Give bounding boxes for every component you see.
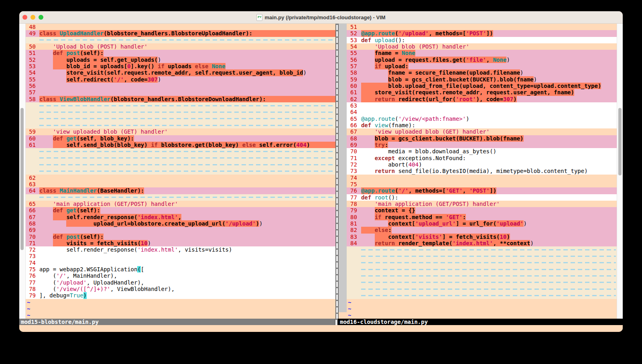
diff-filler-line[interactable]	[26, 168, 335, 174]
code-line[interactable]: 79 context = {}	[347, 207, 617, 214]
code-line[interactable]: 81 context['upload_url'] = url_for('uplo…	[347, 220, 617, 227]
code-line[interactable]: 51	[347, 24, 617, 30]
code-line[interactable]: 72 abort(404)	[347, 161, 617, 168]
code-line[interactable]: 57	[26, 89, 335, 96]
diff-filler-line[interactable]	[347, 266, 617, 272]
code-line[interactable]: 52 uploads = self.get_uploads()	[26, 57, 335, 63]
statusline-active[interactable]: mod16-cloudstorage/main.py	[338, 319, 623, 325]
code-line[interactable]: 69	[26, 227, 335, 233]
code-line[interactable]: 79], debug=True)	[26, 292, 335, 299]
diff-filler-line[interactable]	[26, 102, 335, 109]
code-line[interactable]: 76@app.route('/', methods=['GET', 'POST'…	[347, 187, 617, 194]
code-line[interactable]: 53def upload():	[347, 37, 617, 43]
code-line[interactable]: 65@app.route('/view/<path:fname>')	[347, 116, 617, 122]
code-line[interactable]: 83 context['visits'] = fetch_visits(10)	[347, 234, 617, 240]
tilde-line[interactable]: ~	[347, 312, 617, 318]
code-line[interactable]: 62 return redirect(url_for('root'), code…	[347, 96, 617, 102]
command-line[interactable]	[19, 325, 623, 331]
code-line[interactable]: 73 return send_file(io.BytesIO(media), m…	[347, 168, 617, 174]
code-line[interactable]: 63	[347, 102, 617, 109]
close-button-icon[interactable]	[22, 15, 27, 20]
code-line[interactable]: 54 'Upload blob (POST) handler'	[347, 43, 617, 50]
code-line[interactable]: 56 upload = request.files.get('file', No…	[347, 57, 617, 63]
code-line[interactable]: 74	[347, 175, 617, 181]
code-line[interactable]: 71 visits = fetch_visits(10)	[26, 240, 335, 246]
code-line[interactable]: 75app = webapp2.WSGIApplication([	[26, 266, 335, 272]
code-line[interactable]: 62	[26, 175, 335, 181]
title-bar[interactable]: PY main.py (/private/tmp/mod16-cloudstor…	[19, 11, 623, 24]
scrollbar-thumb[interactable]	[20, 108, 24, 250]
diff-filler-line[interactable]	[347, 286, 617, 292]
code-line[interactable]: 61 store_visit(request.remote_addr, requ…	[347, 89, 617, 96]
code-line[interactable]: 66 def get(self):	[26, 207, 335, 214]
code-line[interactable]: 66def view(fname):	[347, 122, 617, 128]
code-line[interactable]: 70 def post(self):	[26, 234, 335, 240]
code-line[interactable]: 75	[347, 181, 617, 187]
diff-filler-line[interactable]	[26, 148, 335, 155]
scrollbar-track[interactable]	[339, 24, 347, 312]
code-line[interactable]: 52@app.route('/upload', methods=['POST']…	[347, 30, 617, 37]
code-line[interactable]: 72 self.render_response('index.html', vi…	[26, 246, 335, 253]
code-line[interactable]: 68 upload_url=blobstore.create_upload_ur…	[26, 220, 335, 227]
code-line[interactable]: 77def root():	[347, 194, 617, 201]
code-line[interactable]: 54 store_visit(self.request.remote_addr,…	[26, 69, 335, 76]
diff-filler-line[interactable]	[347, 292, 617, 299]
code-line[interactable]: 57 if upload:	[347, 63, 617, 69]
code-line[interactable]: 58class ViewBlobHandler(blobstore_handle…	[26, 96, 335, 102]
code-line[interactable]: 64	[347, 109, 617, 115]
left-pane-scrollbar[interactable]	[19, 24, 26, 319]
tilde-line[interactable]: ~	[26, 312, 335, 318]
code-line[interactable]: 80 if request.method == 'GET':	[347, 214, 617, 220]
code-line[interactable]: 58 fname = secure_filename(upload.filena…	[347, 69, 617, 76]
zoom-button-icon[interactable]	[39, 15, 43, 20]
diff-filler-line[interactable]	[347, 272, 617, 279]
statusline-inactive[interactable]: mod15-blobstore/main.py	[19, 319, 335, 325]
code-line[interactable]: 60 blob.upload_from_file(upload, content…	[347, 83, 617, 89]
code-line[interactable]: 84 return render_template('index.html', …	[347, 240, 617, 246]
code-line[interactable]: 65 'main application (GET/POST) handler'	[26, 201, 335, 207]
code-line[interactable]: 74	[26, 260, 335, 266]
code-line[interactable]: 55 self.redirect('/', code=307)	[26, 76, 335, 83]
diff-filler-line[interactable]	[347, 260, 617, 266]
code-line[interactable]: 63	[26, 181, 335, 187]
code-line[interactable]: 77 ('/upload', UploadHandler),	[26, 279, 335, 286]
right-buffer-pane[interactable]: 5152@app.route('/upload', methods=['POST…	[347, 24, 617, 319]
diff-filler-line[interactable]	[347, 246, 617, 253]
code-line[interactable]: 67 'view uploaded blob (GET) handler'	[347, 128, 617, 135]
tilde-line[interactable]: ~	[26, 299, 335, 305]
code-line[interactable]: 59 blob = gcs_client.bucket(BUCKET).blob…	[347, 76, 617, 83]
code-line[interactable]: 73	[26, 253, 335, 259]
left-buffer-pane[interactable]: 4849class UploadHandler(blobstore_handle…	[26, 24, 335, 319]
right-edge-scrollbar[interactable]	[617, 24, 623, 319]
code-line[interactable]: 56	[26, 83, 335, 89]
code-line[interactable]: 55 fname = None	[347, 50, 617, 56]
code-line[interactable]: 48	[26, 24, 335, 30]
tilde-line[interactable]: ~	[26, 305, 335, 312]
code-line[interactable]: 67 self.render_response('index.html',	[26, 214, 335, 220]
diff-filler-line[interactable]	[26, 37, 335, 43]
diff-filler-line[interactable]	[347, 253, 617, 259]
code-line[interactable]: 64class MainHandler(BaseHandler):	[26, 187, 335, 194]
diff-filler-line[interactable]	[26, 194, 335, 201]
diff-filler-line[interactable]	[347, 279, 617, 286]
tilde-line[interactable]: ~	[347, 299, 617, 305]
diff-filler-line[interactable]	[26, 109, 335, 115]
code-line[interactable]: 49class UploadHandler(blobstore_handlers…	[26, 30, 335, 37]
code-line[interactable]: 51 def post(self):	[26, 50, 335, 56]
scrollbar-thumb[interactable]	[618, 108, 622, 175]
minimize-button-icon[interactable]	[30, 15, 35, 20]
code-line[interactable]: 70 media = blob.download_as_bytes()	[347, 148, 617, 155]
code-line[interactable]: 76 ('/', MainHandler),	[26, 272, 335, 279]
code-line[interactable]: 61 self.send_blob(blob_key) if blobstore…	[26, 142, 335, 148]
tilde-line[interactable]: ~	[347, 305, 617, 312]
diff-filler-line[interactable]	[26, 116, 335, 122]
code-line[interactable]: 60 def get(self, blob_key):	[26, 135, 335, 142]
diff-filler-line[interactable]	[26, 155, 335, 161]
right-pane-scrollbar[interactable]	[339, 24, 347, 319]
code-line[interactable]: 69 try:	[347, 142, 617, 148]
code-line[interactable]: 59 'view uploaded blob (GET) handler'	[26, 128, 335, 135]
code-line[interactable]: 68 blob = gcs_client.bucket(BUCKET).blob…	[347, 135, 617, 142]
code-line[interactable]: 82 else:	[347, 227, 617, 233]
code-line[interactable]: 78 ('/view/([^/]+)?', ViewBlobHandler),	[26, 286, 335, 292]
code-line[interactable]: 71 except exceptions.NotFound:	[347, 155, 617, 161]
